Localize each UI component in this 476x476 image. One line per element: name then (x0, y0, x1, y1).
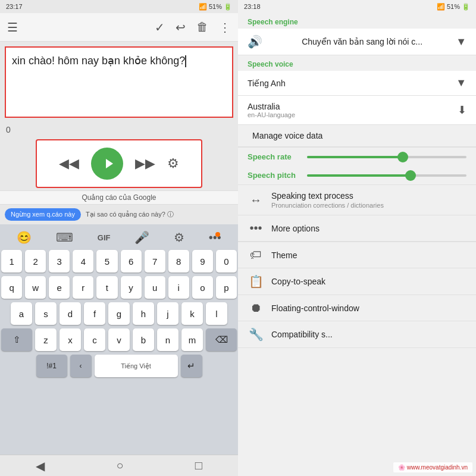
key-y[interactable]: y (121, 276, 142, 299)
special-key[interactable]: !#1 (36, 355, 67, 377)
key-h[interactable]: h (133, 302, 154, 325)
recent-nav-icon[interactable]: □ (195, 459, 202, 472)
key-n[interactable]: n (157, 328, 178, 351)
asdf-row: a s d f g h j k l (1, 302, 237, 325)
qwerty-row: q w e r t y u i o p (1, 276, 237, 299)
key-z[interactable]: z (35, 328, 57, 351)
floating-control-icon: ⏺ (248, 301, 264, 315)
speech-pitch-track[interactable] (307, 174, 466, 177)
key-g[interactable]: g (108, 302, 130, 325)
speaking-text-title: Speaking text process (271, 191, 466, 201)
kb-more-icon[interactable]: ••• (209, 231, 221, 245)
speaking-text-process-row[interactable]: ↔ Speaking text process Pronunciation co… (238, 185, 476, 215)
key-5[interactable]: 5 (96, 250, 117, 273)
key-w[interactable]: w (25, 276, 46, 299)
delete-icon[interactable]: 🗑 (196, 20, 208, 34)
backspace-key[interactable]: ⌫ (206, 328, 237, 351)
speech-voice-header: Speech voice (238, 55, 476, 71)
speech-engine-icon: 🔊 (248, 35, 262, 49)
kb-settings-icon[interactable]: ⚙ (174, 230, 184, 245)
key-a[interactable]: a (11, 302, 32, 325)
key-b[interactable]: b (133, 328, 154, 351)
gif-icon[interactable]: GIF (98, 233, 111, 242)
forward-icon[interactable]: ▶▶ (135, 156, 155, 171)
more-icon[interactable]: ⋮ (219, 20, 231, 35)
play-button[interactable] (91, 148, 123, 180)
key-f[interactable]: f (84, 302, 105, 325)
speech-engine-value: Chuyển văn bản sang lời nói c... (302, 37, 422, 46)
more-options-row[interactable]: ••• More options (238, 215, 476, 242)
key-c[interactable]: c (84, 328, 105, 351)
back-nav-icon[interactable]: ◀ (36, 459, 45, 473)
floating-control-row[interactable]: ⏺ Floating-control-window (238, 295, 476, 321)
key-m[interactable]: m (181, 328, 203, 351)
copy-to-speak-icon: 📋 (248, 274, 264, 289)
download-icon[interactable]: ⬇ (458, 104, 466, 117)
kb-icon2[interactable]: ⌨ (56, 230, 73, 245)
mic-icon[interactable]: 🎤 (134, 230, 149, 245)
key-q[interactable]: q (1, 276, 22, 299)
key-2[interactable]: 2 (25, 250, 46, 273)
svg-marker-0 (106, 159, 113, 168)
space-key[interactable]: Tiếng Việt (95, 355, 178, 377)
more-options-title: More options (271, 224, 466, 233)
theme-row[interactable]: 🏷 Theme (238, 242, 476, 268)
copy-to-speak-row[interactable]: 📋 Copy-to-speak (238, 268, 476, 295)
key-p[interactable]: p (216, 276, 237, 299)
speech-engine-dropdown[interactable]: 🔊 Chuyển văn bản sang lời nói c... ▼ (238, 29, 476, 55)
compatibility-icon: 🔧 (248, 327, 264, 342)
speech-voice-region-dropdown[interactable]: Australia en-AU-language ⬇ (238, 96, 476, 125)
undo-icon[interactable]: ↩ (176, 20, 186, 35)
ad-why-label[interactable]: Tại sao có quảng cáo này? ⓘ (86, 210, 174, 219)
key-3[interactable]: 3 (49, 250, 70, 273)
text-area[interactable]: xin chào! hôm nay bạn khỏe không? (5, 46, 233, 118)
key-1[interactable]: 1 (1, 250, 22, 273)
key-7[interactable]: 7 (145, 250, 165, 273)
key-l[interactable]: l (206, 302, 227, 325)
key-s[interactable]: s (35, 302, 57, 325)
left-status-icons: 📶 51% 🔋 (199, 3, 232, 11)
enter-key[interactable]: ↵ (181, 355, 202, 377)
comma-key[interactable]: ‹ (70, 355, 92, 377)
speech-rate-thumb[interactable] (397, 152, 408, 162)
ad-actions: Ngừng xem q.cáo này Tại sao có quảng cáo… (0, 205, 238, 224)
speech-rate-track[interactable] (307, 156, 466, 158)
key-t[interactable]: t (96, 276, 117, 299)
key-d[interactable]: d (60, 302, 81, 325)
key-8[interactable]: 8 (168, 250, 189, 273)
key-e[interactable]: e (49, 276, 70, 299)
key-k[interactable]: k (181, 302, 203, 325)
compatibility-row[interactable]: 🔧 Compatibility s... (238, 321, 476, 348)
check-icon[interactable]: ✓ (155, 20, 165, 35)
emoji-icon[interactable]: 😊 (17, 230, 32, 245)
shift-key[interactable]: ⇧ (1, 328, 32, 351)
key-9[interactable]: 9 (192, 250, 213, 273)
rewind-icon[interactable]: ◀◀ (59, 156, 79, 171)
key-r[interactable]: r (73, 276, 93, 299)
manage-voice-row[interactable]: Manage voice data (238, 125, 476, 147)
manage-voice-title: Manage voice data (252, 131, 466, 140)
menu-icon[interactable]: ☰ (7, 20, 18, 35)
key-v[interactable]: v (108, 328, 130, 351)
left-panel: 23:17 📶 51% 🔋 ☰ ✓ ↩ 🗑 ⋮ xin chào! hôm na… (0, 0, 238, 476)
ad-stop-button[interactable]: Ngừng xem q.cáo này (5, 208, 81, 221)
speech-voice-lang-dropdown[interactable]: Tiếng Anh ▼ (238, 71, 476, 96)
kb-bottom-row: !#1 ‹ Tiếng Việt ↵ (1, 355, 237, 377)
speech-pitch-row: Speech pitch (238, 166, 476, 184)
left-toolbar: ☰ ✓ ↩ 🗑 ⋮ (0, 13, 238, 42)
key-x[interactable]: x (60, 328, 81, 351)
key-o[interactable]: o (192, 276, 213, 299)
key-j[interactable]: j (157, 302, 178, 325)
home-nav-icon[interactable]: ○ (116, 459, 123, 472)
key-0[interactable]: 0 (216, 250, 237, 273)
key-4[interactable]: 4 (73, 250, 93, 273)
player-container: ◀◀ ▶▶ ⚙ (36, 139, 202, 188)
keyboard: 😊 ⌨ GIF 🎤 ⚙ ••• 1 2 3 4 5 6 7 8 9 0 q w (0, 224, 238, 455)
copy-to-speak-title: Copy-to-speak (271, 277, 466, 286)
key-u[interactable]: u (145, 276, 165, 299)
player-settings-icon[interactable]: ⚙ (167, 156, 179, 171)
key-i[interactable]: i (168, 276, 189, 299)
speech-pitch-thumb[interactable] (405, 170, 416, 181)
number-row: 1 2 3 4 5 6 7 8 9 0 (1, 250, 237, 273)
key-6[interactable]: 6 (121, 250, 142, 273)
